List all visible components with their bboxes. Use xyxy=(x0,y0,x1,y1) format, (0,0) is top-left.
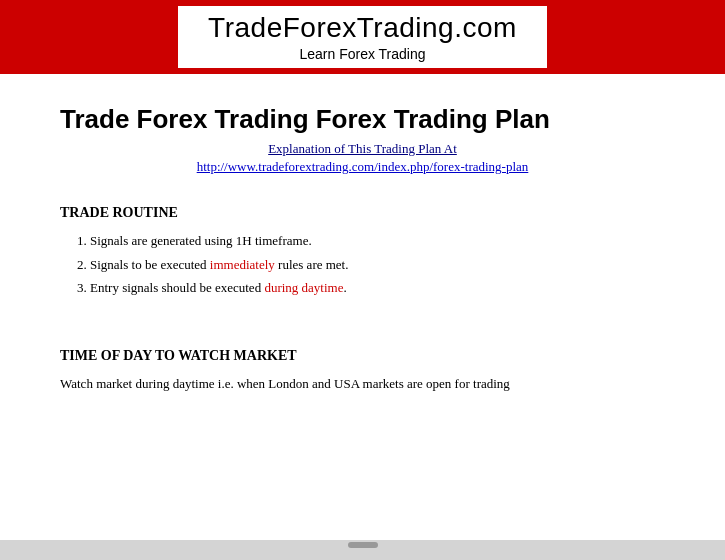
list-item-highlight-2: immediately xyxy=(210,257,275,272)
list-item-highlight-3: during daytime xyxy=(264,280,343,295)
page-title: Trade Forex Trading Forex Trading Plan xyxy=(60,104,665,135)
list-item: Entry signals should be executed during … xyxy=(90,278,665,298)
time-of-day-body: Watch market during daytime i.e. when Lo… xyxy=(60,374,665,394)
site-title: TradeForexTrading.com xyxy=(208,12,517,44)
header-inner: TradeForexTrading.com Learn Forex Tradin… xyxy=(178,6,547,68)
trade-routine-list: Signals are generated using 1H timeframe… xyxy=(90,231,665,298)
list-item-text-1: Signals are generated using 1H timeframe… xyxy=(90,233,312,248)
site-subtitle: Learn Forex Trading xyxy=(208,46,517,62)
header: TradeForexTrading.com Learn Forex Tradin… xyxy=(0,0,725,74)
explanation-link[interactable]: http://www.tradeforextrading.com/index.p… xyxy=(60,159,665,175)
list-item-text-3-before: Entry signals should be executed xyxy=(90,280,264,295)
list-item-text-2-before: Signals to be executed xyxy=(90,257,210,272)
scrollbar-thumb[interactable] xyxy=(348,542,378,548)
explanation-label: Explanation of This Trading Plan At xyxy=(60,141,665,157)
list-item: Signals to be executed immediately rules… xyxy=(90,255,665,275)
list-item-text-3-after: . xyxy=(343,280,346,295)
list-item: Signals are generated using 1H timeframe… xyxy=(90,231,665,251)
scrollbar-area xyxy=(0,540,725,550)
list-item-text-2-after: rules are met. xyxy=(275,257,349,272)
main-content: Trade Forex Trading Forex Trading Plan E… xyxy=(0,74,725,540)
trade-routine-heading: TRADE ROUTINE xyxy=(60,205,665,221)
time-of-day-heading: TIME OF DAY TO WATCH MARKET xyxy=(60,348,665,364)
